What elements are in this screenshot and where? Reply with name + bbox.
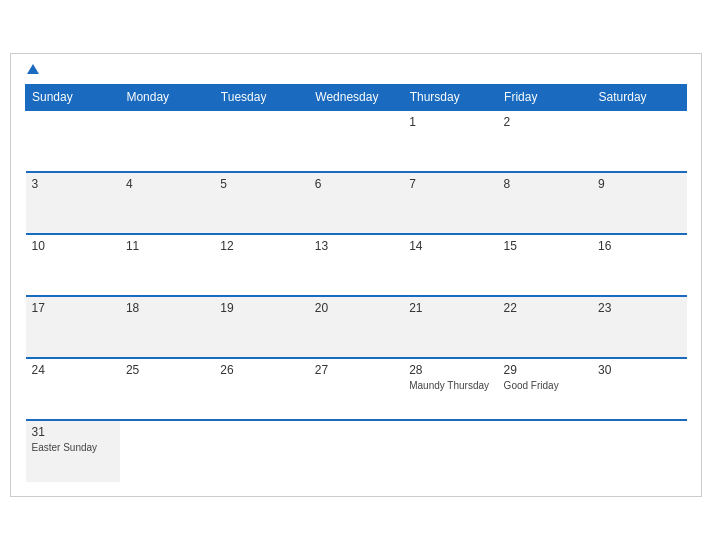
- calendar-cell: 23: [592, 296, 686, 358]
- calendar-cell: 28Maundy Thursday: [403, 358, 497, 420]
- calendar-cell: [592, 110, 686, 172]
- day-number: 19: [220, 301, 302, 315]
- calendar-row-1: 12: [26, 110, 687, 172]
- calendar-cell: 1: [403, 110, 497, 172]
- calendar-cell: [120, 420, 214, 482]
- calendar-cell: [26, 110, 120, 172]
- day-number: 2: [504, 115, 586, 129]
- calendar-cell: 25: [120, 358, 214, 420]
- day-number: 29: [504, 363, 586, 377]
- day-number: 27: [315, 363, 397, 377]
- day-number: 11: [126, 239, 208, 253]
- weekday-header-friday: Friday: [498, 85, 592, 111]
- day-number: 5: [220, 177, 302, 191]
- day-number: 1: [409, 115, 491, 129]
- calendar-cell: 10: [26, 234, 120, 296]
- day-number: 18: [126, 301, 208, 315]
- day-number: 15: [504, 239, 586, 253]
- day-number: 6: [315, 177, 397, 191]
- day-number: 26: [220, 363, 302, 377]
- calendar-cell: 2: [498, 110, 592, 172]
- calendar-cell: 30: [592, 358, 686, 420]
- calendar-cell: 7: [403, 172, 497, 234]
- day-number: 23: [598, 301, 680, 315]
- calendar-cell: 9: [592, 172, 686, 234]
- calendar-cell: 18: [120, 296, 214, 358]
- day-number: 9: [598, 177, 680, 191]
- calendar-cell: [214, 110, 308, 172]
- day-number: 17: [32, 301, 114, 315]
- day-number: 31: [32, 425, 114, 439]
- day-number: 20: [315, 301, 397, 315]
- calendar-row-4: 17181920212223: [26, 296, 687, 358]
- calendar-cell: 15: [498, 234, 592, 296]
- calendar-cell: [403, 420, 497, 482]
- calendar-cell: 27: [309, 358, 403, 420]
- day-number: 30: [598, 363, 680, 377]
- calendar-cell: 11: [120, 234, 214, 296]
- day-number: 10: [32, 239, 114, 253]
- calendar-header: [25, 64, 687, 74]
- day-number: 28: [409, 363, 491, 377]
- weekday-header-monday: Monday: [120, 85, 214, 111]
- day-number: 24: [32, 363, 114, 377]
- weekday-header-tuesday: Tuesday: [214, 85, 308, 111]
- calendar-cell: [309, 420, 403, 482]
- calendar-cell: 16: [592, 234, 686, 296]
- logo: [25, 64, 39, 74]
- weekday-header-thursday: Thursday: [403, 85, 497, 111]
- calendar-cell: 5: [214, 172, 308, 234]
- calendar-wrapper: SundayMondayTuesdayWednesdayThursdayFrid…: [10, 53, 702, 497]
- weekday-header-saturday: Saturday: [592, 85, 686, 111]
- day-number: 3: [32, 177, 114, 191]
- calendar-cell: 22: [498, 296, 592, 358]
- calendar-cell: [120, 110, 214, 172]
- calendar-cell: [214, 420, 308, 482]
- day-number: 16: [598, 239, 680, 253]
- day-number: 14: [409, 239, 491, 253]
- day-number: 12: [220, 239, 302, 253]
- day-number: 22: [504, 301, 586, 315]
- calendar-grid: SundayMondayTuesdayWednesdayThursdayFrid…: [25, 84, 687, 482]
- calendar-row-2: 3456789: [26, 172, 687, 234]
- calendar-cell: 29Good Friday: [498, 358, 592, 420]
- weekday-header-sunday: Sunday: [26, 85, 120, 111]
- day-number: 25: [126, 363, 208, 377]
- calendar-cell: 13: [309, 234, 403, 296]
- calendar-cell: 14: [403, 234, 497, 296]
- day-number: 21: [409, 301, 491, 315]
- calendar-cell: 24: [26, 358, 120, 420]
- day-number: 8: [504, 177, 586, 191]
- calendar-cell: 31Easter Sunday: [26, 420, 120, 482]
- calendar-row-6: 31Easter Sunday: [26, 420, 687, 482]
- weekday-header-wednesday: Wednesday: [309, 85, 403, 111]
- calendar-cell: 12: [214, 234, 308, 296]
- calendar-cell: [592, 420, 686, 482]
- calendar-cell: 20: [309, 296, 403, 358]
- calendar-cell: 21: [403, 296, 497, 358]
- event-label: Maundy Thursday: [409, 379, 491, 392]
- day-number: 7: [409, 177, 491, 191]
- calendar-cell: 19: [214, 296, 308, 358]
- calendar-row-5: 2425262728Maundy Thursday29Good Friday30: [26, 358, 687, 420]
- calendar-cell: [498, 420, 592, 482]
- calendar-cell: 4: [120, 172, 214, 234]
- logo-triangle-icon: [27, 64, 39, 74]
- calendar-row-3: 10111213141516: [26, 234, 687, 296]
- day-number: 4: [126, 177, 208, 191]
- weekday-header-row: SundayMondayTuesdayWednesdayThursdayFrid…: [26, 85, 687, 111]
- calendar-cell: 8: [498, 172, 592, 234]
- calendar-cell: 17: [26, 296, 120, 358]
- event-label: Easter Sunday: [32, 441, 114, 454]
- calendar-cell: 26: [214, 358, 308, 420]
- calendar-cell: 6: [309, 172, 403, 234]
- calendar-cell: [309, 110, 403, 172]
- calendar-cell: 3: [26, 172, 120, 234]
- day-number: 13: [315, 239, 397, 253]
- event-label: Good Friday: [504, 379, 586, 392]
